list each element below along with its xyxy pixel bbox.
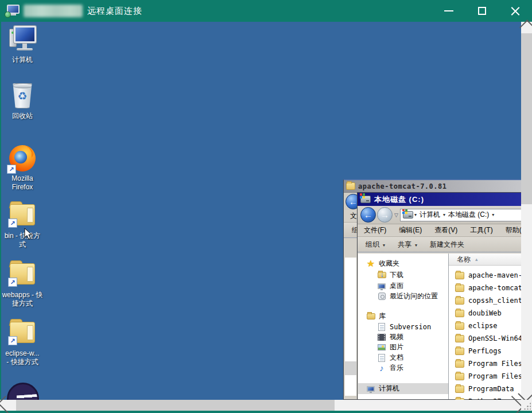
desktop-icon-eclipse-shortcut[interactable]: ↗ eclipse-w... - 快捷方式 [1,320,44,367]
breadcrumb-computer[interactable]: 计算机 [420,210,440,220]
drive-icon [403,211,413,219]
forward-button[interactable]: → [377,207,393,223]
new-folder-button[interactable]: 新建文件夹 [425,240,469,250]
folder-icon [455,348,464,355]
horizontal-scrollbar[interactable] [0,400,521,411]
menu-file[interactable]: 文件(F) [358,225,393,235]
crumb-separator-icon[interactable]: ▾ [443,212,445,217]
computer-icon [9,26,36,53]
vertical-scrollbar[interactable] [521,22,532,400]
shortcut-arrow-icon: ↗ [8,336,17,345]
nav-libraries[interactable]: 库 [358,311,448,322]
share-button[interactable]: 共享▾ [393,240,422,250]
list-item[interactable]: copssh_client_x [449,294,521,307]
list-item[interactable]: apache-tomcat-7 [449,282,521,294]
list-item[interactable]: ProgramData [449,383,521,395]
folder-icon [455,335,464,342]
local-disk-c-window[interactable]: 本地磁盘 (C:) ← → ▽ ▾ 计算机 ▾ 本地磁盘 (C:) ▾ 文件(F… [357,192,521,400]
tomcat-titlebar[interactable]: apache-tomcat-7.0.81 [344,180,521,193]
breadcrumb-local-disk[interactable]: 本地磁盘 (C:) [448,210,489,220]
crumb-separator-icon[interactable]: ▾ [414,212,417,217]
close-button[interactable] [499,0,532,22]
nav-pictures[interactable]: 图片 [358,342,448,353]
desktop-icon-recycle-bin[interactable]: ♻ 回收站 [1,82,44,120]
desktop-icon-label: eclipse-w... - 快捷方式 [1,349,44,367]
menu-help[interactable]: 帮助(H) [499,225,521,235]
folder-icon [455,297,464,305]
list-item[interactable]: eclipse [449,320,521,332]
menu-bar: 文件(F) 编辑(E) 查看(V) 工具(T) 帮助(H) [358,224,521,237]
explorer-window-title: 本地磁盘 (C:) [374,194,424,205]
nav-desktop[interactable]: 桌面 [358,280,448,291]
scroll-right-button[interactable] [505,400,521,411]
scroll-up-button[interactable] [521,22,532,33]
film-icon [378,334,386,341]
library-icon [367,313,375,320]
list-item[interactable]: OpenSSL-Win64 [449,332,521,345]
nav-bar: ← → ▽ ▾ 计算机 ▾ 本地磁盘 (C:) ▾ [358,206,521,224]
menu-tools[interactable]: 工具(T) [464,225,499,235]
shortcut-arrow-icon: ↗ [8,278,17,287]
maximize-icon [478,7,486,15]
nav-subversion[interactable]: Subversion [358,321,448,332]
star-icon: ★ [367,259,375,268]
nav-videos[interactable]: 视频 [358,332,448,342]
scroll-down-button[interactable] [521,388,532,400]
vertical-scrollbar-thumb[interactable] [521,33,532,204]
nav-computer[interactable]: 计算机 [358,383,448,394]
menu-view[interactable]: 查看(V) [428,225,464,235]
nav-recent-places[interactable]: 最近访问的位置 [358,291,448,302]
list-item[interactable]: doubiWeb [449,307,521,320]
folder-icon [455,360,464,368]
list-item[interactable]: Program Files [449,357,521,370]
list-item[interactable]: apache-maven-3. [449,269,521,282]
list-item[interactable]: PerfLogs [449,345,521,357]
close-icon [511,6,520,15]
minimize-button[interactable] [432,0,465,22]
crumb-separator-icon[interactable]: ▾ [492,212,494,217]
horizontal-scrollbar-thumb[interactable] [16,400,335,411]
desktop-icon-bin-shortcut[interactable]: ↗ bin - 快捷方 式 [1,202,44,249]
eclipse-logo-icon[interactable] [7,383,39,400]
folder-icon [455,272,464,279]
folder-icon [455,322,464,330]
desktop-icon-computer[interactable]: 计算机 [1,26,44,64]
download-folder-icon [378,272,386,278]
back-button[interactable]: ← [360,207,376,223]
firefox-icon: ↗ [9,145,36,172]
nav-favorites[interactable]: ★收藏夹 [358,258,448,269]
column-header-name[interactable]: 名称 ▴ [449,254,521,266]
folder-shortcut-icon: ↗ [9,320,36,347]
rdp-titlebar: 远程桌面连接 [0,0,532,22]
menu-edit[interactable]: 编辑(E) [393,225,428,235]
scroll-left-button[interactable] [0,400,16,411]
folder-shortcut-icon: ↗ [9,202,36,229]
shortcut-arrow-icon: ↗ [8,219,17,228]
chevron-down-icon: ▾ [415,243,417,248]
desktop-icon-webapps-shortcut[interactable]: ↗ webapps - 快 捷方式 [1,261,44,308]
desktop-icon-label: 计算机 [1,56,44,64]
mouse-cursor [24,228,33,240]
music-note-icon: ♪ [379,364,384,372]
nav-music[interactable]: ♪音乐 [358,363,448,373]
organize-button[interactable]: 组织▾ [361,240,390,250]
explorer-titlebar[interactable]: 本地磁盘 (C:) [358,193,521,206]
nav-downloads[interactable]: 下载 [358,270,448,280]
desktop-icon-firefox[interactable]: ↗ Mozilla Firefox [1,145,44,192]
window-title: 远程桌面连接 [87,6,142,17]
drive-icon [360,196,371,203]
folder-icon [455,310,464,317]
address-bar[interactable]: ▾ 计算机 ▾ 本地磁盘 (C:) ▾ [400,209,521,221]
picture-icon [378,344,386,350]
document-icon [378,354,385,362]
list-item[interactable]: Program Files ( [449,370,521,383]
remote-desktop: 计算机 ♻ 回收站 ↗ Mozilla Firefox ↗ bin - 快捷方 … [0,22,521,400]
history-dropdown-icon[interactable]: ▽ [394,212,398,218]
file-list: 名称 ▴ apache-maven-3. apache-tomcat-7 cop… [448,254,521,399]
maximize-button[interactable] [465,0,499,22]
command-bar: 组织▾ 共享▾ 新建文件夹 [358,237,521,252]
resize-grip-icon[interactable] [523,402,531,410]
computer-icon [367,386,375,392]
nav-documents[interactable]: 文档 [358,352,448,363]
rdp-bottom-border [0,411,532,413]
